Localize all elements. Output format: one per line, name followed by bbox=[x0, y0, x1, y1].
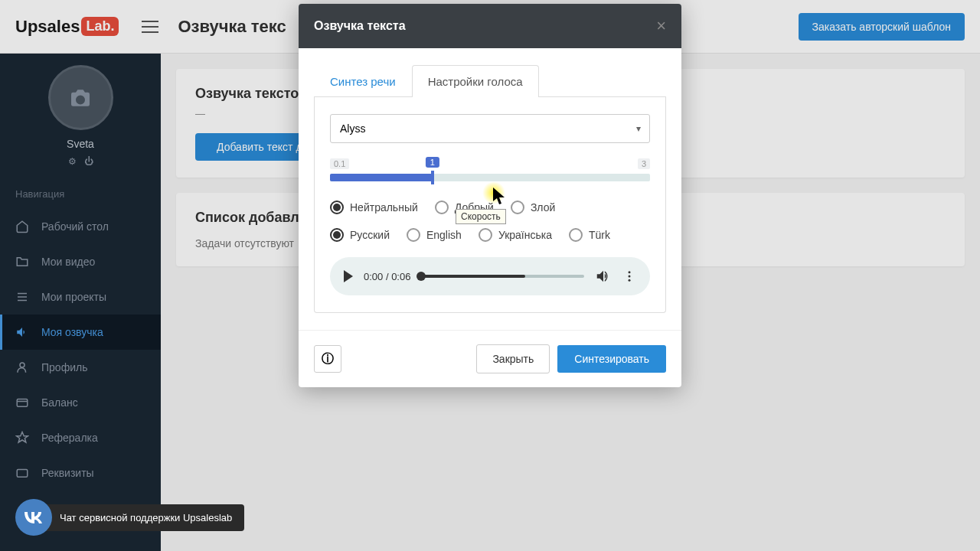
voice-modal: Озвучка текста × Синтез речи Настройки г… bbox=[299, 4, 681, 387]
slider-min: 0.1 bbox=[330, 158, 349, 169]
radio-tr[interactable]: Türk bbox=[569, 228, 610, 242]
audio-time: 0:00 / 0:06 bbox=[364, 271, 410, 282]
volume-icon[interactable] bbox=[595, 268, 612, 285]
svg-point-5 bbox=[629, 279, 631, 282]
vk-icon[interactable] bbox=[15, 499, 52, 536]
radio-label: Türk bbox=[589, 229, 610, 241]
radio-label: English bbox=[426, 229, 462, 241]
radio-label: Злой bbox=[531, 201, 555, 214]
voice-select[interactable]: Alyss bbox=[330, 114, 650, 143]
play-button[interactable] bbox=[344, 270, 353, 282]
radio-label: Українська bbox=[498, 229, 552, 241]
slider-handle[interactable] bbox=[431, 171, 434, 184]
radio-ua[interactable]: Українська bbox=[479, 228, 552, 242]
chat-label: Чат сервисной поддержки Upsaleslab bbox=[37, 504, 244, 531]
svg-point-4 bbox=[629, 276, 631, 278]
slider-max: 3 bbox=[638, 158, 650, 169]
audio-seek[interactable] bbox=[421, 275, 584, 278]
chat-widget[interactable]: Чат сервисной поддержки Upsaleslab bbox=[15, 499, 244, 536]
radio-angry[interactable]: Злой bbox=[511, 201, 555, 214]
modal-header: Озвучка текста × bbox=[299, 4, 681, 48]
radio-label: Русский bbox=[350, 229, 390, 241]
slider-value: 1 bbox=[426, 157, 439, 168]
info-button[interactable]: ⓘ bbox=[314, 345, 341, 373]
svg-point-3 bbox=[629, 271, 631, 273]
tab-panel: Alyss 0.1 3 1 Нейтральный Добрый Злой bbox=[314, 97, 666, 313]
radio-ru[interactable]: Русский bbox=[330, 228, 390, 242]
tab-voice-settings[interactable]: Настройки голоса bbox=[412, 65, 539, 97]
synthesize-button[interactable]: Синтезировать bbox=[557, 345, 666, 373]
speed-tooltip: Скорость bbox=[456, 209, 506, 224]
modal-footer: ⓘ Закрыть Синтезировать bbox=[299, 330, 681, 387]
lang-radios: Русский English Українська Türk bbox=[330, 228, 650, 242]
modal-body: Синтез речи Настройки голоса Alyss 0.1 3… bbox=[299, 48, 681, 330]
radio-en[interactable]: English bbox=[407, 228, 462, 242]
audio-player: 0:00 / 0:06 bbox=[330, 257, 650, 295]
tabs: Синтез речи Настройки голоса bbox=[314, 65, 666, 97]
radio-label: Нейтральный bbox=[350, 201, 418, 214]
tab-synthesis[interactable]: Синтез речи bbox=[314, 65, 412, 97]
slider-track[interactable] bbox=[330, 174, 650, 181]
radio-neutral[interactable]: Нейтральный bbox=[330, 201, 418, 214]
speed-slider[interactable]: 0.1 3 1 bbox=[330, 158, 650, 181]
close-button[interactable]: Закрыть bbox=[476, 344, 550, 373]
close-icon[interactable]: × bbox=[656, 16, 666, 36]
modal-title: Озвучка текста bbox=[314, 19, 406, 33]
menu-dots-icon[interactable] bbox=[622, 269, 636, 283]
voice-select-wrap: Alyss bbox=[330, 114, 650, 143]
